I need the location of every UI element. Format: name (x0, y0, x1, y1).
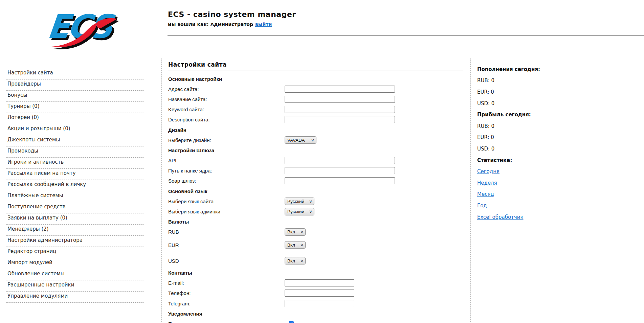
form-row: EURВкл∨ (168, 240, 463, 250)
sidebar-item[interactable]: Акции и розыгрыши (0) (6, 125, 144, 135)
text-input[interactable] (285, 167, 395, 174)
form-row: Телефон: (168, 288, 463, 298)
text-input[interactable] (285, 86, 395, 93)
section-heading: Настройки Шлюза (168, 147, 285, 153)
login-status: Вы вошли как: Администраторвыйти (168, 22, 296, 27)
stats-heading: Статистика: (477, 155, 633, 166)
field-label: Soap шлюз: (168, 178, 285, 184)
page-title: ECS - casino system manager (168, 10, 296, 19)
chevron-down-icon: ∨ (309, 209, 312, 214)
select-value: Вкл (287, 229, 299, 234)
select-value: Русский (287, 199, 308, 204)
section-heading: Основной язык (168, 188, 285, 194)
sidebar-item[interactable]: Платёжные системы (6, 192, 144, 202)
select-dropdown[interactable]: Вкл∨ (285, 257, 306, 264)
sidebar-item[interactable]: Поступление средств (6, 204, 144, 213)
field-label: Адрес сайта: (168, 86, 285, 92)
sidebar-item[interactable]: Промокоды (6, 148, 144, 158)
text-input[interactable] (285, 96, 395, 103)
stats-link[interactable]: Год (477, 203, 487, 209)
select-dropdown[interactable]: Вкл∨ (285, 241, 306, 249)
sidebar-item[interactable]: Заявки на выплату (0) (6, 215, 144, 225)
header: ECS - casino system manager Вы вошли как… (168, 10, 296, 27)
section-heading: Основные настройки (168, 76, 285, 82)
stats-link[interactable]: Неделя (477, 180, 497, 186)
sidebar-item[interactable]: Джекпоты системы (6, 137, 144, 146)
sidebar-item[interactable]: Импорт модулей (6, 259, 144, 269)
chevron-down-icon: ∨ (300, 243, 304, 247)
stats-link-row: Сегодня (477, 166, 633, 177)
select-value: Русский (287, 209, 308, 214)
stats-link[interactable]: Сегодня (477, 168, 499, 175)
section-heading: Уведомления (168, 311, 285, 317)
form-row: Дизайн (168, 125, 463, 135)
sidebar-item[interactable]: Рассылка писем на почту (6, 170, 144, 180)
sidebar-item[interactable]: Лотереи (0) (6, 114, 144, 124)
sidebar-item[interactable]: Редактор страниц (6, 248, 144, 258)
stats-panel: Пополнения сегодня:RUB: 0EUR: 0USD: 0При… (477, 64, 633, 223)
select-dropdown[interactable]: VAVADA∨ (285, 136, 316, 144)
select-value: Вкл (287, 243, 299, 248)
stats-link-row: Excel обработчик (477, 211, 633, 223)
text-input[interactable] (285, 106, 395, 113)
admin-page: ECS ECS ECS - casino system manager Вы в… (0, 0, 644, 323)
field-label: API: (168, 158, 285, 163)
settings-form: Основные настройкиАдрес сайта:Название с… (168, 74, 463, 323)
text-input[interactable] (285, 177, 395, 184)
sidebar-item[interactable]: Игроки и активность (6, 159, 144, 169)
field-label: Description сайта: (168, 117, 285, 122)
text-input[interactable] (285, 116, 395, 123)
panel-title: Настройки сайта (168, 61, 463, 68)
stats-link-row: Год (477, 200, 633, 211)
login-status-text: Вы вошли как: Администратор (168, 22, 253, 27)
header-rule (168, 35, 644, 36)
form-row: Выбери язык сайтаРусский∨ (168, 196, 463, 206)
select-dropdown[interactable]: Русский∨ (285, 208, 314, 215)
sidebar-item[interactable]: Провайдеры (6, 81, 144, 91)
sidebar-item[interactable]: Расширенные настройки (6, 282, 144, 292)
text-input[interactable] (285, 300, 354, 307)
form-row: Основные настройки (168, 74, 463, 84)
sidebar-item[interactable]: Рассылка сообщений в личку (6, 181, 144, 191)
form-row: Уведомления (168, 308, 463, 319)
settings-panel: Настройки сайта Основные настройкиАдрес … (168, 61, 463, 323)
form-row: Валюты (168, 217, 463, 227)
sidebar-item[interactable]: Настройки сайта (6, 70, 144, 79)
sidebar-item[interactable]: Управление модулями (6, 293, 144, 303)
select-dropdown[interactable]: Вкл∨ (285, 228, 306, 236)
stats-value: USD: 0 (477, 143, 633, 155)
stats-link[interactable]: Месяц (477, 191, 494, 197)
sidebar-item[interactable]: Турниры (0) (6, 103, 144, 113)
text-input[interactable] (285, 290, 354, 297)
text-input[interactable] (285, 157, 395, 164)
form-row: Description сайта: (168, 115, 463, 125)
form-row: Основной язык (168, 186, 463, 196)
sidebar-item[interactable]: Бонусы (6, 92, 144, 102)
form-row: Soap шлюз: (168, 176, 463, 186)
field-label: Выберите дизайн: (168, 137, 285, 143)
stats-link[interactable]: Excel обработчик (477, 214, 523, 220)
form-row: E-mail: (168, 278, 463, 288)
section-heading: Контакты (168, 270, 285, 276)
notification-checkbox[interactable]: ✓ (289, 321, 294, 323)
stats-link-row: Месяц (477, 189, 633, 200)
stats-value: RUB: 0 (477, 120, 633, 132)
field-label: Keyword сайта: (168, 107, 285, 112)
field-label: Telegram: (168, 301, 285, 306)
divider-sidebar-main (161, 59, 162, 323)
sidebar-item[interactable]: Настройки администратора (6, 237, 144, 247)
sidebar-item[interactable]: Менеджеры (2) (6, 226, 144, 236)
form-row: API: (168, 156, 463, 166)
sidebar-menu: Настройки сайтаПровайдерыБонусыТурниры (… (6, 70, 144, 303)
form-row: Название сайта: (168, 94, 463, 104)
panel-rule (168, 70, 463, 70)
section-heading: Дизайн (168, 127, 285, 133)
sidebar-item[interactable]: Обновление системы (6, 271, 144, 280)
text-input[interactable] (285, 279, 354, 286)
ecs-logo[interactable]: ECS ECS (47, 3, 118, 52)
form-row: Telegram: (168, 298, 463, 308)
select-dropdown[interactable]: Русский∨ (285, 198, 314, 205)
form-row: USDВкл∨ (168, 256, 463, 266)
logout-link[interactable]: выйти (255, 22, 272, 27)
chevron-down-icon: ∨ (309, 199, 312, 204)
